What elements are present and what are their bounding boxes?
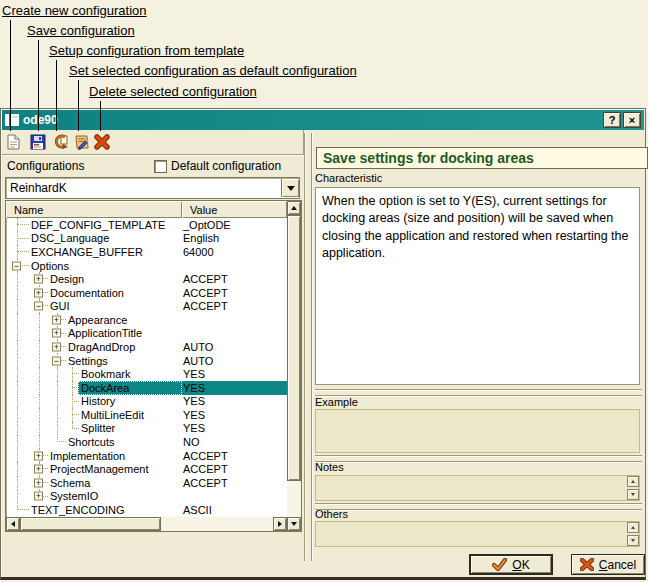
others-scroll-up-button[interactable] (627, 522, 639, 533)
tree-row[interactable]: +ImplementationACCEPT (6, 449, 287, 463)
configuration-combobox[interactable]: ReinhardK (5, 177, 300, 199)
tree-row[interactable]: DSC_LanguageEnglish (6, 232, 287, 246)
section-splitter-1[interactable] (315, 389, 642, 396)
column-header-name[interactable]: Name (6, 201, 182, 218)
tree-node-name: Settings (68, 355, 108, 367)
default-configuration-checkbox[interactable] (154, 160, 167, 173)
delete-configuration-button[interactable] (93, 133, 111, 151)
expand-toggle[interactable]: + (52, 329, 61, 338)
tree-node-name: Splitter (81, 422, 115, 434)
edit-page-icon (74, 134, 90, 150)
tree-row[interactable]: +ApplicationTitle (6, 327, 287, 341)
tree-row[interactable]: ShortcutsNO (6, 435, 287, 449)
tree-row[interactable]: +SystemIO (6, 490, 287, 504)
scroll-down-button[interactable] (287, 517, 301, 531)
section-splitter-3[interactable] (315, 503, 642, 510)
section-splitter-2[interactable] (315, 455, 642, 462)
tree-row[interactable]: +DesignACCEPT (6, 272, 287, 286)
tree-guide-line (17, 313, 18, 327)
tree-row[interactable]: +Appearance (6, 313, 287, 327)
expand-toggle[interactable]: + (34, 478, 43, 487)
options-tree: Name Value DEF_CONFIG_TEMPLATE_OptODEDSC… (5, 200, 302, 532)
tree-node-name: Bookmark (81, 368, 131, 380)
set-default-configuration-button[interactable] (73, 133, 91, 151)
tree-guide-line (17, 395, 18, 409)
tree-guide-line (39, 381, 40, 395)
help-button[interactable]: ? (603, 112, 621, 128)
expand-toggle[interactable]: + (52, 342, 61, 351)
tree-row[interactable]: TEXT_ENCODINGASCII (6, 503, 287, 517)
tree-row[interactable]: −GUIACCEPT (6, 299, 287, 313)
others-mini-scrollbar[interactable] (627, 522, 639, 546)
tree-node-name: ApplicationTitle (68, 327, 142, 339)
tree-guide-line (39, 435, 40, 449)
new-configuration-button[interactable] (4, 133, 22, 151)
expand-toggle[interactable]: + (34, 288, 43, 297)
annotation-delete: Delete selected configuration (89, 84, 257, 99)
tree-row[interactable]: SplitterYES (6, 422, 287, 436)
tree-row[interactable]: DEF_CONFIG_TEMPLATE_OptODE (6, 218, 287, 232)
notes-scroll-up-button[interactable] (627, 476, 639, 487)
scroll-left-button[interactable] (6, 517, 20, 531)
collapse-toggle[interactable]: − (52, 356, 61, 365)
expand-toggle[interactable]: + (34, 451, 43, 460)
tree-node-name: Documentation (50, 287, 124, 299)
dialog-window: ode90 ? × (0, 108, 646, 580)
tree-node-value: YES (183, 368, 205, 380)
tree-guide-line (39, 327, 40, 341)
close-button[interactable]: × (623, 112, 641, 128)
setup-from-template-button[interactable] (51, 133, 69, 151)
tree-row[interactable]: BookmarkYES (6, 367, 287, 381)
tree-node-name: History (81, 395, 115, 407)
horizontal-scroll-thumb[interactable] (20, 517, 161, 531)
cancel-button[interactable]: Cancel (571, 554, 645, 575)
others-scroll-down-button[interactable] (627, 535, 639, 546)
arrow-left-icon (11, 521, 15, 527)
tree-node-name: DockArea (81, 382, 129, 394)
scroll-right-button[interactable] (273, 517, 287, 531)
combobox-dropdown-button[interactable] (281, 179, 299, 197)
window-icon (5, 114, 19, 126)
column-header-value[interactable]: Value (182, 201, 287, 218)
expand-toggle[interactable]: + (34, 275, 43, 284)
tree-node-name: ProjectManagement (50, 463, 148, 475)
notes-mini-scrollbar[interactable] (627, 476, 639, 500)
arrow-down-icon (631, 539, 635, 542)
save-configuration-button[interactable] (29, 133, 47, 151)
tree-row[interactable]: −SettingsAUTO (6, 354, 287, 368)
ok-button[interactable]: OK (469, 554, 553, 575)
tree-guide-line (57, 395, 58, 409)
expand-toggle[interactable]: + (34, 465, 43, 474)
tree-row[interactable]: +DocumentationACCEPT (6, 286, 287, 300)
expand-toggle[interactable]: + (52, 315, 61, 324)
scroll-up-button[interactable] (287, 201, 301, 215)
others-label: Others (315, 508, 348, 520)
tree-row[interactable]: DockAreaYES (6, 381, 287, 395)
tree-row[interactable]: HistoryYES (6, 395, 287, 409)
tree-node-name: DEF_CONFIG_TEMPLATE (31, 219, 165, 231)
panel-splitter[interactable] (304, 133, 312, 561)
tree-node-value: AUTO (183, 341, 213, 353)
tree-row[interactable]: +DragAndDropAUTO (6, 340, 287, 354)
tree-node-value: AUTO (183, 355, 213, 367)
notes-scroll-down-button[interactable] (627, 489, 639, 500)
delete-x-icon (94, 134, 110, 150)
expand-toggle[interactable]: + (34, 492, 43, 501)
collapse-toggle[interactable]: − (12, 261, 21, 270)
cancel-button-label: Cancel (599, 558, 636, 572)
tree-row[interactable]: −Options (6, 259, 287, 273)
titlebar[interactable]: ode90 ? × (2, 110, 644, 130)
tree-guide-line (17, 340, 18, 354)
tree-row[interactable]: +ProjectManagementACCEPT (6, 462, 287, 476)
vertical-scroll-thumb[interactable] (287, 215, 301, 481)
tree-row[interactable]: +SchemaACCEPT (6, 476, 287, 490)
tree-guide-line (57, 367, 58, 381)
tree-guide-line (17, 327, 18, 341)
tree-row[interactable]: MultiLineEditYES (6, 408, 287, 422)
tree-guide-line (39, 313, 40, 327)
notes-text-box (315, 475, 640, 501)
tree-guide-line (17, 509, 29, 510)
tree-row[interactable]: EXCHANGE_BUFFER64000 (6, 245, 287, 259)
arrow-up-icon (631, 526, 635, 529)
collapse-toggle[interactable]: − (34, 302, 43, 311)
